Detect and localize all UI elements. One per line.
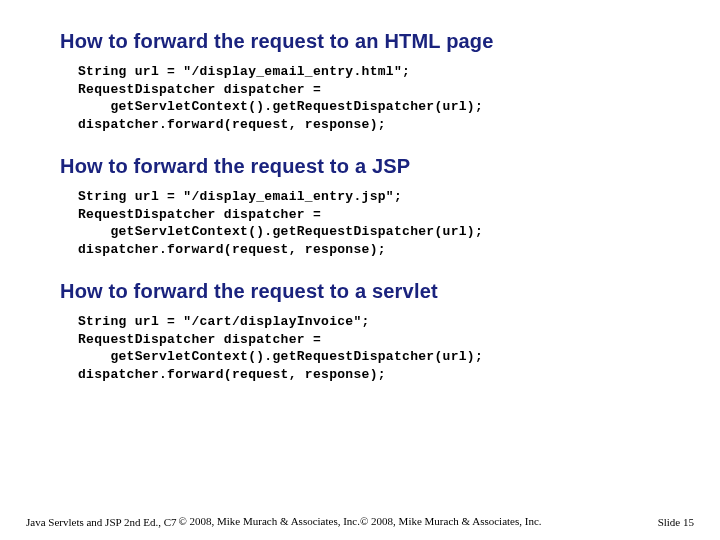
code-html: String url = "/display_email_entry.html"… (60, 63, 660, 133)
code-servlet: String url = "/cart/displayInvoice"; Req… (60, 313, 660, 383)
code-jsp: String url = "/display_email_entry.jsp";… (60, 188, 660, 258)
slide-content: How to forward the request to an HTML pa… (0, 0, 720, 384)
footer-center: © 2008, Mike Murach & Associates, Inc.© … (0, 515, 720, 528)
section-servlet-forward: How to forward the request to a servlet … (60, 280, 660, 383)
section-html-forward: How to forward the request to an HTML pa… (60, 30, 660, 133)
heading-html: How to forward the request to an HTML pa… (60, 30, 660, 53)
section-jsp-forward: How to forward the request to a JSP Stri… (60, 155, 660, 258)
heading-servlet: How to forward the request to a servlet (60, 280, 660, 303)
heading-jsp: How to forward the request to a JSP (60, 155, 660, 178)
footer-right: Slide 15 (658, 516, 694, 528)
